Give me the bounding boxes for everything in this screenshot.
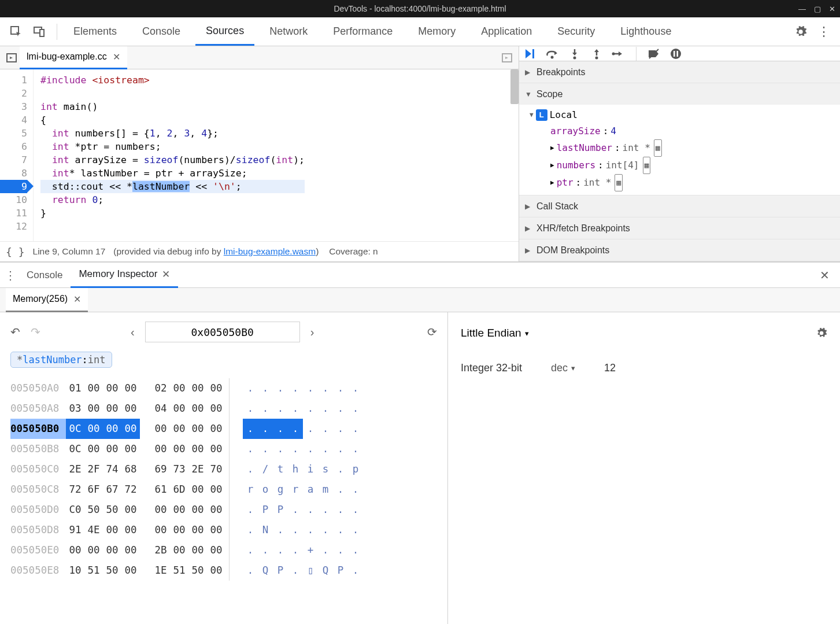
main-tab-console[interactable]: Console [132, 18, 191, 46]
breakpoints-section[interactable]: ▶Breakpoints [519, 61, 840, 83]
code-editor[interactable]: 123456789101112 #include <iostream>int m… [0, 69, 519, 241]
coverage-text: Coverage: n [329, 246, 378, 257]
chevron-down-icon: ▼ [525, 90, 533, 98]
inspect-element-icon[interactable] [7, 23, 25, 41]
reveal-memory-icon[interactable]: ▦ [615, 174, 623, 191]
maximize-icon[interactable]: ▢ [814, 5, 821, 13]
step-icon[interactable] [612, 47, 626, 61]
chevron-right-icon: ▶ [525, 246, 533, 254]
chevron-right-icon: ▶ [525, 224, 533, 232]
next-page-icon[interactable]: › [310, 326, 314, 339]
main-toolbar: ElementsConsoleSourcesNetworkPerformance… [0, 17, 840, 46]
value-type: Integer 32-bit [461, 362, 522, 374]
xhr-breakpoints-section[interactable]: ▶XHR/fetch Breakpoints [519, 217, 840, 239]
file-tab-name: lmi-bug-example.cc [27, 51, 107, 62]
wasm-link[interactable]: lmi-bug-example.wasm [224, 246, 316, 256]
local-badge-icon: L [536, 109, 547, 121]
reveal-memory-icon[interactable]: ▦ [654, 139, 662, 157]
scrollbar-vertical[interactable] [510, 69, 519, 104]
window-titlebar: DevTools - localhost:4000/lmi-bug-exampl… [0, 0, 840, 17]
svg-rect-12 [674, 51, 675, 57]
encoding-select[interactable]: dec▾ [551, 362, 575, 374]
file-tabbar: lmi-bug-example.cc ✕ [0, 46, 519, 69]
drawer-tabbar: ⋮ Console Memory Inspector✕ ✕ [0, 263, 840, 288]
undo-icon[interactable]: ↶ [10, 325, 20, 339]
close-icon[interactable]: ✕ [73, 294, 81, 305]
scope-var-numbers[interactable]: ▶numbers: int[4]▦ [550, 157, 840, 174]
svg-point-8 [595, 56, 598, 59]
main-tab-elements[interactable]: Elements [63, 18, 127, 46]
settings-gear-icon[interactable] [791, 23, 810, 41]
svg-point-11 [671, 49, 681, 59]
drawer-tab-memory-inspector[interactable]: Memory Inspector✕ [71, 263, 178, 288]
refresh-icon[interactable]: ⟳ [427, 325, 437, 339]
step-out-icon[interactable] [590, 47, 604, 61]
close-icon[interactable]: ✕ [162, 268, 170, 280]
close-drawer-icon[interactable]: ✕ [820, 268, 835, 282]
svg-point-6 [551, 56, 554, 58]
deactivate-breakpoints-icon[interactable] [647, 47, 661, 61]
minimize-icon[interactable]: — [798, 5, 806, 13]
kebab-menu-icon[interactable]: ⋮ [815, 23, 833, 41]
prev-page-icon[interactable]: ‹ [131, 326, 135, 339]
step-over-icon[interactable] [546, 47, 560, 61]
main-tab-memory[interactable]: Memory [408, 18, 466, 46]
pretty-print-icon[interactable]: { } [6, 246, 25, 258]
scope-section[interactable]: ▼Scope [519, 83, 840, 105]
file-tab[interactable]: lmi-bug-example.cc ✕ [20, 46, 127, 69]
navigator-toggle-icon[interactable] [3, 52, 20, 64]
pause-exceptions-icon[interactable] [669, 47, 683, 61]
main-tab-application[interactable]: Application [471, 18, 542, 46]
highlight-chip[interactable]: *lastNumber: int [10, 352, 112, 368]
svg-rect-5 [532, 49, 534, 58]
close-icon[interactable]: ✕ [113, 51, 120, 62]
memory-tabbar: Memory(256)✕ [0, 288, 840, 312]
svg-point-7 [573, 56, 576, 59]
svg-rect-13 [677, 51, 679, 57]
run-snippet-icon[interactable] [499, 52, 515, 64]
scope-var-arraysize[interactable]: arraySize: 4 [550, 123, 840, 139]
chevron-down-icon: ▾ [571, 364, 575, 372]
memory-tab[interactable]: Memory(256)✕ [6, 288, 88, 312]
resume-icon[interactable] [524, 47, 538, 61]
chevron-down-icon: ▾ [525, 329, 529, 338]
redo-icon[interactable]: ↷ [31, 325, 40, 339]
device-toggle-icon[interactable] [30, 23, 49, 41]
drawer-tab-console[interactable]: Console [18, 263, 71, 288]
endianness-select[interactable]: Little Endian▾ [461, 327, 529, 339]
scope-var-ptr[interactable]: ▶ptr: int *▦ [550, 174, 840, 191]
step-into-icon[interactable] [568, 47, 582, 61]
main-tab-network[interactable]: Network [259, 18, 318, 46]
chevron-right-icon: ▶ [525, 202, 533, 211]
memory-nav: ↶ ↷ ‹ › ⟳ [10, 320, 437, 344]
scope-local[interactable]: ▼L Local [530, 107, 840, 123]
close-icon[interactable]: ✕ [829, 5, 835, 13]
main-tab-sources[interactable]: Sources [195, 18, 254, 46]
main-tab-lighthouse[interactable]: Lighthouse [610, 18, 682, 46]
window-title: DevTools - localhost:4000/lmi-bug-exampl… [334, 4, 506, 13]
hex-viewer[interactable]: 005050A00100000002000000........005050A8… [10, 378, 437, 581]
debugger-toolbar [519, 46, 840, 61]
dom-breakpoints-section[interactable]: ▶DOM Breakpoints [519, 239, 840, 261]
editor-status-bar: { } Line 9, Column 17 (provided via debu… [0, 241, 519, 261]
kebab-menu-icon[interactable]: ⋮ [5, 268, 18, 282]
settings-gear-icon[interactable] [816, 327, 827, 339]
cursor-position: Line 9, Column 17 [33, 246, 106, 257]
memory-address-input[interactable] [145, 322, 300, 342]
svg-rect-2 [40, 29, 44, 36]
scope-var-lastnumber[interactable]: ▶lastNumber: int *▦ [550, 139, 840, 157]
reveal-memory-icon[interactable]: ▦ [643, 157, 651, 174]
chevron-right-icon: ▶ [525, 68, 533, 76]
svg-point-9 [612, 52, 615, 55]
main-tab-security[interactable]: Security [547, 18, 605, 46]
main-tab-performance[interactable]: Performance [323, 18, 403, 46]
decoded-value: 12 [604, 362, 616, 374]
callstack-section[interactable]: ▶Call Stack [519, 195, 840, 217]
